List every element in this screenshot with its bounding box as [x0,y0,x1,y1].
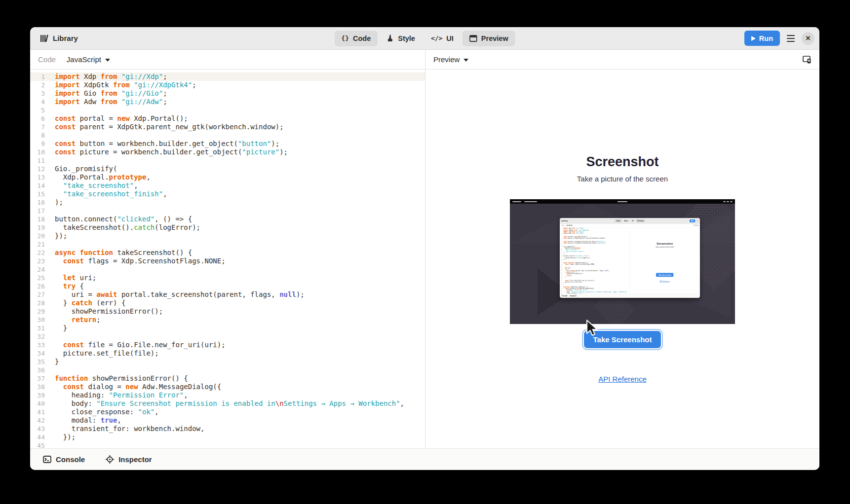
menu-button[interactable] [787,35,795,42]
view-switcher: {} Code Style </> UI Preview [334,31,515,46]
line-number: 7 [30,123,48,131]
line-number: 19 [30,223,48,232]
inspector-button[interactable]: Inspector [102,453,156,466]
line-number: 2 [30,81,48,89]
brush-icon [386,35,394,42]
line-number: 1 [30,72,48,81]
line-number: 43 [30,425,48,433]
line-number: 24 [30,265,48,274]
tab-ui-label: UI [446,35,454,42]
code-line: 8 [30,131,425,140]
preview-panel-header: Preview [425,50,819,70]
take-screenshot-button[interactable]: Take Screenshot [584,331,661,348]
line-number: 29 [30,307,48,316]
code-line: 29 showPermissionError(); [30,307,425,316]
code-panel-label: Code [38,55,56,64]
tab-code[interactable]: {} Code [334,31,378,46]
line-number: 17 [30,207,48,215]
window-icon [469,35,477,42]
inspector-icon [106,455,114,464]
open-preview-window-button[interactable] [803,56,811,64]
console-button[interactable]: Console [39,453,89,466]
code-line: 24 [30,265,425,274]
code-tag-icon: </> [431,35,442,42]
code-line: 35} [30,358,425,366]
thumb-preview-pane: Screenshot Take a picture of the screen … [629,227,700,293]
code-line: 39 heading: "Permission Error", [30,391,425,399]
line-number: 10 [30,148,48,156]
code-line: 33 const file = Gio.File.new_for_uri(uri… [30,341,425,349]
inspector-label: Inspector [118,455,152,464]
braces-icon: {} [341,35,349,42]
preview-heading: Screenshot [586,154,658,170]
code-line: 13 Xdp.Portal.prototype, [30,173,425,181]
tab-preview[interactable]: Preview [463,31,515,46]
thumb-shell-topbar [510,199,735,204]
code-line: 32 [30,332,425,341]
line-number: 36 [30,366,48,374]
line-number: 32 [30,332,48,341]
line-number: 38 [30,383,48,391]
open-window-icon [803,56,811,64]
line-number: 35 [30,358,48,366]
code-line: 22async function takeScreenshot() { [30,249,425,257]
code-line: 44 }); [30,433,425,441]
line-number: 45 [30,441,48,448]
line-number: 4 [30,98,48,106]
console-label: Console [56,455,85,464]
line-number: 11 [30,156,48,165]
line-number: 16 [30,198,48,207]
tab-preview-label: Preview [481,35,508,42]
line-number: 27 [30,290,48,299]
thumb-take-screenshot-button: Take Screenshot [656,273,673,277]
hamburger-icon [787,35,795,36]
code-line: 14 "take_screenshot", [30,181,425,190]
line-number: 44 [30,433,48,441]
code-editor[interactable]: 1import Xdp from "gi://Xdp";2import XdpG… [30,70,425,448]
line-number: 13 [30,173,48,181]
code-panel-header: Code JavaScript [30,50,425,70]
api-reference-link[interactable]: API Reference [598,375,647,383]
code-line: 1import Xdp from "gi://Xdp"; [30,72,425,81]
statusbar: Console Inspector [30,448,819,470]
code-line: 17 [30,207,425,215]
language-dropdown[interactable]: JavaScript [67,55,110,64]
tab-style[interactable]: Style [380,31,422,46]
library-icon [40,35,49,42]
line-number: 8 [30,131,48,140]
tab-ui[interactable]: </> UI [424,31,461,46]
line-number: 34 [30,349,48,358]
preview-panel-label: Preview [433,55,460,64]
code-line: 43 transient_for: workbench.window, [30,425,425,433]
run-button[interactable]: Run [744,31,780,46]
code-line: 41 close_response: "ok", [30,408,425,416]
line-number: 23 [30,257,48,265]
line-number: 18 [30,215,48,223]
language-label: JavaScript [67,55,101,64]
library-label: Library [53,34,78,42]
code-line: 27 uri = await portal.take_screenshot(pa… [30,290,425,299]
screenshot-thumbnail: Library Code Style UI Preview Run [510,199,735,324]
line-number: 20 [30,232,48,240]
code-line: 15 "take_screenshot_finish", [30,190,425,198]
preview-dropdown[interactable]: Preview [433,55,468,64]
preview-subtitle: Take a picture of the screen [577,175,668,183]
library-button[interactable]: Library [35,32,83,45]
code-line: 3import Gio from "gi://Gio"; [30,89,425,98]
code-line: 31 } [30,324,425,332]
code-line: 40 body: "Ensure Screenshot permission i… [30,399,425,408]
close-button[interactable]: ✕ [802,32,814,45]
line-number: 22 [30,249,48,257]
code-line: 19 takeScreenshot().catch(logError); [30,223,425,232]
code-line: 2import XdpGtk from "gi://XdpGtk4"; [30,81,425,89]
code-line: 20}); [30,232,425,240]
line-number: 33 [30,341,48,349]
code-line: 25 let uri; [30,274,425,282]
tab-code-label: Code [353,35,371,42]
titlebar: Library {} Code Style </> UI [30,27,819,50]
chevron-down-icon [464,59,468,62]
preview-body: Screenshot Take a picture of the screen [425,70,819,448]
code-panel: Code JavaScript 1import Xdp from "gi://X… [30,50,425,448]
code-line: 5 [30,106,425,114]
code-line: 28 } catch (err) { [30,299,425,307]
